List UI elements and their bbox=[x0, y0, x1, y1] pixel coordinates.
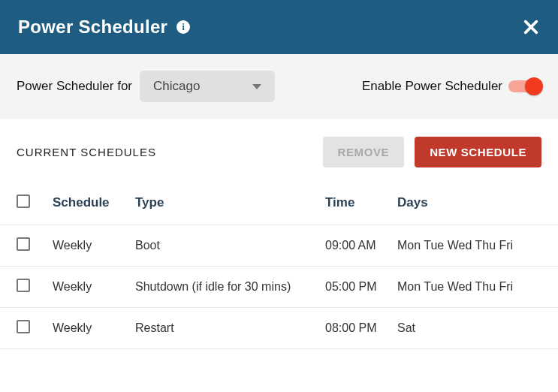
toolbar-buttons: REMOVE NEW SCHEDULE bbox=[323, 137, 542, 167]
row-checkbox[interactable] bbox=[17, 237, 30, 251]
col-schedule: Schedule bbox=[53, 195, 135, 210]
location-selected-value: Chicago bbox=[153, 79, 200, 94]
enable-control: Enable Power Scheduler bbox=[362, 79, 541, 94]
cell-schedule: Weekly bbox=[53, 280, 135, 294]
close-icon[interactable] bbox=[522, 18, 540, 36]
col-time: Time bbox=[325, 195, 397, 210]
cell-days: Mon Tue Wed Thu Fri bbox=[397, 280, 541, 294]
cell-type: Shutdown (if idle for 30 mins) bbox=[135, 280, 325, 294]
header-left: Power Scheduler i bbox=[18, 17, 190, 38]
power-scheduler-dialog: Power Scheduler i Power Scheduler for Ch… bbox=[0, 0, 558, 349]
remove-button[interactable]: REMOVE bbox=[323, 137, 405, 167]
info-icon[interactable]: i bbox=[176, 20, 190, 34]
cell-schedule: Weekly bbox=[53, 239, 135, 252]
schedules-toolbar: CURRENT SCHEDULES REMOVE NEW SCHEDULE bbox=[0, 119, 558, 178]
cell-time: 08:00 PM bbox=[325, 321, 397, 335]
toggle-knob bbox=[525, 77, 543, 95]
table-row: Weekly Restart 08:00 PM Sat bbox=[0, 308, 558, 349]
location-control: Power Scheduler for Chicago bbox=[17, 71, 275, 102]
dialog-title: Power Scheduler bbox=[18, 17, 167, 38]
table-header-row: Schedule Type Time Days bbox=[0, 178, 558, 225]
cell-type: Restart bbox=[135, 321, 325, 335]
new-schedule-button[interactable]: NEW SCHEDULE bbox=[415, 137, 541, 167]
dialog-header: Power Scheduler i bbox=[0, 0, 558, 54]
table-row: Weekly Shutdown (if idle for 30 mins) 05… bbox=[0, 267, 558, 308]
location-label: Power Scheduler for bbox=[17, 79, 132, 94]
table-row: Weekly Boot 09:00 AM Mon Tue Wed Thu Fri bbox=[0, 225, 558, 267]
location-select[interactable]: Chicago bbox=[140, 71, 275, 102]
row-checkbox[interactable] bbox=[17, 320, 30, 333]
cell-time: 05:00 PM bbox=[325, 280, 397, 294]
cell-type: Boot bbox=[135, 239, 325, 252]
section-title: CURRENT SCHEDULES bbox=[17, 146, 156, 158]
schedules-table: Schedule Type Time Days Weekly Boot 09:0… bbox=[0, 178, 558, 349]
cell-schedule: Weekly bbox=[53, 321, 135, 335]
select-all-checkbox[interactable] bbox=[17, 194, 30, 208]
row-checkbox[interactable] bbox=[17, 279, 30, 292]
col-days: Days bbox=[397, 195, 541, 210]
cell-days: Mon Tue Wed Thu Fri bbox=[397, 239, 541, 252]
col-type: Type bbox=[135, 195, 325, 210]
enable-label: Enable Power Scheduler bbox=[362, 79, 502, 94]
chevron-down-icon bbox=[252, 84, 261, 89]
enable-toggle[interactable] bbox=[508, 80, 541, 92]
cell-time: 09:00 AM bbox=[325, 239, 397, 252]
config-bar: Power Scheduler for Chicago Enable Power… bbox=[0, 54, 558, 119]
cell-days: Sat bbox=[397, 321, 541, 335]
